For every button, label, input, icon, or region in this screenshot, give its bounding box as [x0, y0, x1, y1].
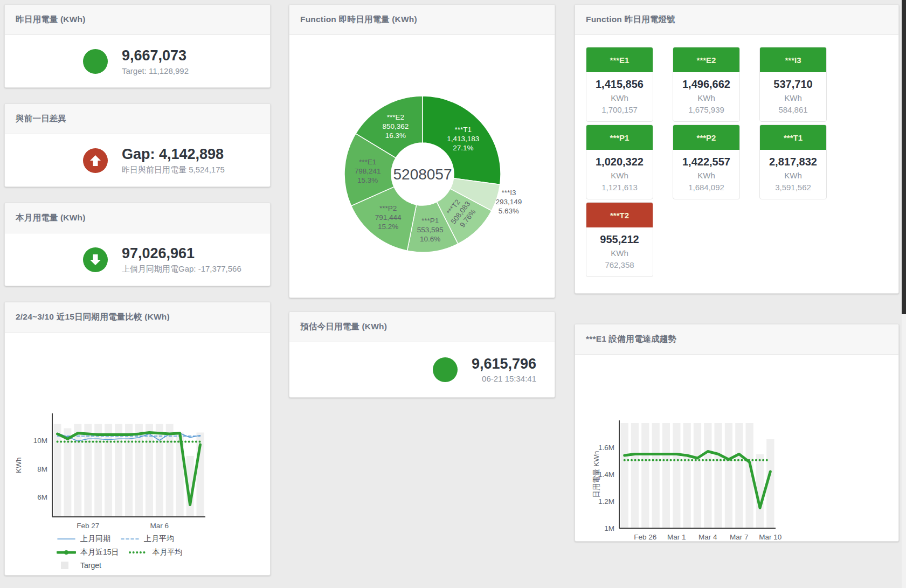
- legend-item[interactable]: 上月同期: [57, 534, 110, 544]
- stat-subtitle: 上個月同期用電Gap: -17,377,566: [122, 264, 241, 274]
- donut-label-line: 791,444: [375, 213, 402, 222]
- tile-unit: KWh: [673, 93, 739, 102]
- stat-row: 9,615,796 06-21 15:34:41: [289, 342, 555, 397]
- stat-value: 97,026,961: [122, 245, 241, 262]
- y-tick-label: 1.6M: [598, 444, 614, 452]
- light-tile: ***E11,415,856KWh1,700,157: [586, 47, 653, 122]
- tile-status-header: ***T1: [760, 125, 826, 150]
- stat-row: 9,667,073 Target: 11,128,992: [5, 35, 270, 88]
- stat-row: Gap: 4,142,898 昨日與前日用電量 5,524,175: [5, 134, 270, 187]
- panel-yesterday-lights: Function 昨日用電燈號 ***E11,415,856KWh1,700,1…: [575, 4, 899, 294]
- tile-target: 1,684,092: [673, 183, 739, 192]
- tile-status-header: ***E1: [586, 47, 653, 72]
- legend-sample-icon: [57, 535, 76, 543]
- stat-subtitle: Target: 11,128,992: [122, 66, 189, 75]
- tile-value: 537,710: [760, 78, 826, 91]
- page-scrollbar-thumb[interactable]: [902, 0, 906, 314]
- target-bar: [156, 424, 163, 517]
- light-tile: ***P11,020,322KWh1,121,613: [586, 124, 653, 199]
- x-tick-label: Mar 6: [150, 522, 169, 530]
- y-tick-label: 10M: [33, 437, 47, 445]
- tile-value: 1,020,322: [586, 156, 653, 168]
- target-bar: [725, 423, 732, 528]
- target-bar: [673, 423, 680, 528]
- panel-e1-trend-chart: ***E1 設備用電達成趨勢 1M1.2M1.4M1.6MFeb 26Mar 1…: [575, 324, 899, 542]
- panel-month-usage: 本月用電量 (KWh) 97,026,961 上個月同期用電Gap: -17,3…: [4, 203, 271, 286]
- panel-header: 預估今日用電量 (KWh): [289, 312, 555, 342]
- donut-center-total: 5208057: [393, 166, 452, 183]
- stat-row: 97,026,961 上個月同期用電Gap: -17,377,566: [5, 233, 270, 286]
- target-bar: [166, 424, 174, 517]
- donut-area: ***T11,413,18327.1%***I3293,1495.63%***T…: [289, 35, 555, 298]
- tile-target: 584,861: [760, 105, 826, 114]
- target-bar: [146, 424, 153, 517]
- donut-label-line: 553,595: [417, 226, 444, 234]
- target-bar: [94, 424, 102, 517]
- light-tile: ***T12,817,832KWh3,591,562: [759, 124, 827, 199]
- stat-timestamp: 06-21 15:34:41: [472, 374, 536, 383]
- tile-status-header: ***E2: [673, 47, 739, 72]
- donut-label-line: 27.1%: [453, 144, 473, 152]
- compare15-line-chart: 6M8M10MFeb 27Mar 6KWh: [5, 333, 271, 531]
- tile-unit: KWh: [586, 248, 653, 258]
- tile-target: 1,121,613: [586, 183, 653, 192]
- stat-value: 9,615,796: [472, 356, 536, 372]
- legend-label: 上月同期: [80, 534, 110, 544]
- legend-label: Target: [80, 561, 101, 570]
- donut-label-line: ***I3: [501, 189, 516, 197]
- donut-label-line: 16.3%: [385, 132, 406, 140]
- target-bar: [694, 423, 701, 528]
- realtime-donut-chart: ***T11,413,18327.1%***I3293,1495.63%***T…: [289, 35, 555, 298]
- tile-status-header: ***I3: [760, 47, 826, 72]
- stat-subtitle: 昨日與前日用電量 5,524,175: [122, 165, 225, 175]
- right-column: Function 昨日用電燈號 ***E11,415,856KWh1,700,1…: [575, 4, 899, 542]
- tile-value: 1,422,557: [673, 156, 739, 168]
- legend-sample-icon: [120, 535, 140, 543]
- panel-title: 預估今日用電量 (KWh): [300, 321, 387, 333]
- donut-slice-label: ***I3293,1495.63%: [495, 189, 522, 215]
- panel-header: Function 昨日用電燈號: [575, 5, 898, 35]
- target-bar: [105, 424, 112, 517]
- y-axis-title: 日用電量 KWh: [592, 451, 600, 497]
- y-tick-label: 1.2M: [598, 497, 614, 506]
- tile-unit: KWh: [760, 93, 826, 102]
- middle-column: Function 即時日用電量 (KWh) ***T11,413,18327.1…: [289, 4, 555, 398]
- target-bar: [715, 423, 722, 528]
- x-tick-label: Mar 1: [667, 533, 686, 541]
- panel-header: 昨日用電量 (KWh): [5, 5, 270, 35]
- target-bar: [631, 423, 639, 528]
- tile-status-header: ***P2: [673, 125, 739, 150]
- light-tile: ***P21,422,557KWh1,684,092: [673, 124, 740, 199]
- target-bar: [115, 424, 122, 517]
- panel-realtime-donut: Function 即時日用電量 (KWh) ***T11,413,18327.1…: [289, 4, 555, 298]
- y-tick-label: 1M: [604, 524, 614, 532]
- y-tick-label: 8M: [37, 465, 47, 473]
- panel-header: 與前一日差異: [5, 104, 270, 134]
- x-tick-label: Mar 7: [730, 533, 749, 541]
- green-status-circle-icon: [83, 49, 108, 74]
- legend-item[interactable]: 上月平均: [120, 534, 174, 544]
- tile-label: ***I3: [785, 56, 801, 65]
- tile-target: 3,591,562: [760, 183, 826, 192]
- page-scrollbar-track[interactable]: [902, 0, 906, 588]
- target-bar: [735, 423, 743, 528]
- panel-title: 本月用電量 (KWh): [16, 212, 86, 224]
- donut-label-line: 10.6%: [420, 235, 440, 243]
- chart-area: 1M1.2M1.4M1.6MFeb 26Mar 1Mar 4Mar 7Mar 1…: [575, 355, 898, 542]
- panel-header: Function 即時日用電量 (KWh): [289, 5, 555, 35]
- panel-title: Function 即時日用電量 (KWh): [300, 14, 417, 25]
- panel-title: 與前一日差異: [16, 113, 66, 124]
- legend-sample-icon: [57, 549, 76, 556]
- tile-label: ***E2: [697, 56, 716, 65]
- donut-label-line: 293,149: [495, 198, 522, 206]
- tile-label: ***E1: [610, 56, 630, 65]
- light-tile: ***T2955,212KWh762,358: [586, 202, 653, 277]
- panel-title: 昨日用電量 (KWh): [16, 14, 86, 25]
- legend-item[interactable]: 本月近15日: [57, 548, 119, 557]
- legend-item[interactable]: Target: [57, 561, 101, 570]
- legend-item[interactable]: 本月平均: [129, 548, 183, 557]
- tile-value: 1,496,662: [673, 78, 739, 91]
- donut-label-line: 15.2%: [378, 223, 398, 231]
- tile-status-header: ***T2: [586, 203, 653, 227]
- panel-header: 2/24~3/10 近15日同期用電量比較 (KWh): [5, 302, 270, 333]
